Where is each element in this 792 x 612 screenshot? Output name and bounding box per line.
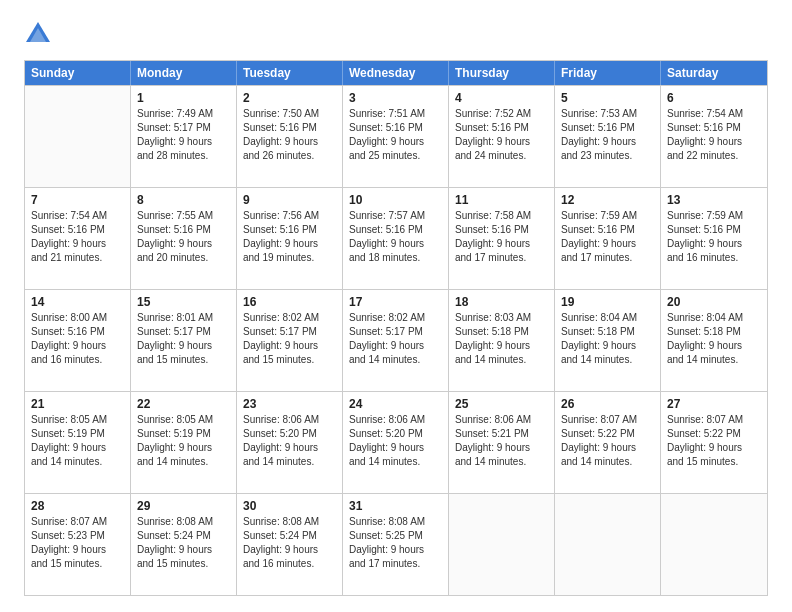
calendar-cell: 9Sunrise: 7:56 AMSunset: 5:16 PMDaylight… [237, 188, 343, 289]
weekday-header: Monday [131, 61, 237, 85]
day-number: 17 [349, 294, 442, 310]
calendar-cell: 8Sunrise: 7:55 AMSunset: 5:16 PMDaylight… [131, 188, 237, 289]
page-header [24, 20, 768, 48]
calendar-cell: 25Sunrise: 8:06 AMSunset: 5:21 PMDayligh… [449, 392, 555, 493]
cell-info: Sunrise: 8:07 AMSunset: 5:22 PMDaylight:… [561, 413, 654, 469]
day-number: 20 [667, 294, 761, 310]
day-number: 9 [243, 192, 336, 208]
calendar-cell: 22Sunrise: 8:05 AMSunset: 5:19 PMDayligh… [131, 392, 237, 493]
cell-info: Sunrise: 7:51 AMSunset: 5:16 PMDaylight:… [349, 107, 442, 163]
logo [24, 20, 56, 48]
calendar-cell: 14Sunrise: 8:00 AMSunset: 5:16 PMDayligh… [25, 290, 131, 391]
cell-info: Sunrise: 8:08 AMSunset: 5:24 PMDaylight:… [243, 515, 336, 571]
cell-info: Sunrise: 8:00 AMSunset: 5:16 PMDaylight:… [31, 311, 124, 367]
calendar-cell: 10Sunrise: 7:57 AMSunset: 5:16 PMDayligh… [343, 188, 449, 289]
calendar-cell [661, 494, 767, 595]
weekday-header: Saturday [661, 61, 767, 85]
calendar-cell: 4Sunrise: 7:52 AMSunset: 5:16 PMDaylight… [449, 86, 555, 187]
calendar-cell: 16Sunrise: 8:02 AMSunset: 5:17 PMDayligh… [237, 290, 343, 391]
cell-info: Sunrise: 8:06 AMSunset: 5:20 PMDaylight:… [243, 413, 336, 469]
calendar-cell: 6Sunrise: 7:54 AMSunset: 5:16 PMDaylight… [661, 86, 767, 187]
day-number: 26 [561, 396, 654, 412]
day-number: 19 [561, 294, 654, 310]
cell-info: Sunrise: 7:49 AMSunset: 5:17 PMDaylight:… [137, 107, 230, 163]
cell-info: Sunrise: 7:53 AMSunset: 5:16 PMDaylight:… [561, 107, 654, 163]
cell-info: Sunrise: 8:06 AMSunset: 5:21 PMDaylight:… [455, 413, 548, 469]
day-number: 30 [243, 498, 336, 514]
day-number: 10 [349, 192, 442, 208]
cell-info: Sunrise: 8:02 AMSunset: 5:17 PMDaylight:… [243, 311, 336, 367]
day-number: 25 [455, 396, 548, 412]
day-number: 24 [349, 396, 442, 412]
cell-info: Sunrise: 8:02 AMSunset: 5:17 PMDaylight:… [349, 311, 442, 367]
cell-info: Sunrise: 8:03 AMSunset: 5:18 PMDaylight:… [455, 311, 548, 367]
day-number: 3 [349, 90, 442, 106]
calendar-cell: 24Sunrise: 8:06 AMSunset: 5:20 PMDayligh… [343, 392, 449, 493]
day-number: 2 [243, 90, 336, 106]
cell-info: Sunrise: 7:54 AMSunset: 5:16 PMDaylight:… [31, 209, 124, 265]
cell-info: Sunrise: 7:56 AMSunset: 5:16 PMDaylight:… [243, 209, 336, 265]
calendar-cell [555, 494, 661, 595]
cell-info: Sunrise: 8:01 AMSunset: 5:17 PMDaylight:… [137, 311, 230, 367]
cell-info: Sunrise: 8:07 AMSunset: 5:22 PMDaylight:… [667, 413, 761, 469]
day-number: 14 [31, 294, 124, 310]
day-number: 6 [667, 90, 761, 106]
cell-info: Sunrise: 8:08 AMSunset: 5:25 PMDaylight:… [349, 515, 442, 571]
cell-info: Sunrise: 7:50 AMSunset: 5:16 PMDaylight:… [243, 107, 336, 163]
day-number: 4 [455, 90, 548, 106]
cell-info: Sunrise: 8:08 AMSunset: 5:24 PMDaylight:… [137, 515, 230, 571]
calendar-cell: 31Sunrise: 8:08 AMSunset: 5:25 PMDayligh… [343, 494, 449, 595]
calendar-cell: 1Sunrise: 7:49 AMSunset: 5:17 PMDaylight… [131, 86, 237, 187]
cell-info: Sunrise: 8:07 AMSunset: 5:23 PMDaylight:… [31, 515, 124, 571]
cell-info: Sunrise: 8:05 AMSunset: 5:19 PMDaylight:… [31, 413, 124, 469]
calendar-row: 28Sunrise: 8:07 AMSunset: 5:23 PMDayligh… [25, 493, 767, 595]
day-number: 21 [31, 396, 124, 412]
calendar-cell: 26Sunrise: 8:07 AMSunset: 5:22 PMDayligh… [555, 392, 661, 493]
cell-info: Sunrise: 7:55 AMSunset: 5:16 PMDaylight:… [137, 209, 230, 265]
day-number: 16 [243, 294, 336, 310]
calendar-cell [449, 494, 555, 595]
calendar-cell: 5Sunrise: 7:53 AMSunset: 5:16 PMDaylight… [555, 86, 661, 187]
day-number: 11 [455, 192, 548, 208]
day-number: 15 [137, 294, 230, 310]
calendar-cell: 27Sunrise: 8:07 AMSunset: 5:22 PMDayligh… [661, 392, 767, 493]
weekday-header: Tuesday [237, 61, 343, 85]
cell-info: Sunrise: 7:59 AMSunset: 5:16 PMDaylight:… [561, 209, 654, 265]
day-number: 12 [561, 192, 654, 208]
calendar-cell: 17Sunrise: 8:02 AMSunset: 5:17 PMDayligh… [343, 290, 449, 391]
cell-info: Sunrise: 8:04 AMSunset: 5:18 PMDaylight:… [561, 311, 654, 367]
cell-info: Sunrise: 8:05 AMSunset: 5:19 PMDaylight:… [137, 413, 230, 469]
calendar-cell: 2Sunrise: 7:50 AMSunset: 5:16 PMDaylight… [237, 86, 343, 187]
day-number: 22 [137, 396, 230, 412]
calendar-cell: 28Sunrise: 8:07 AMSunset: 5:23 PMDayligh… [25, 494, 131, 595]
calendar-cell: 7Sunrise: 7:54 AMSunset: 5:16 PMDaylight… [25, 188, 131, 289]
calendar-cell: 12Sunrise: 7:59 AMSunset: 5:16 PMDayligh… [555, 188, 661, 289]
calendar-cell: 15Sunrise: 8:01 AMSunset: 5:17 PMDayligh… [131, 290, 237, 391]
cell-info: Sunrise: 8:06 AMSunset: 5:20 PMDaylight:… [349, 413, 442, 469]
cell-info: Sunrise: 7:54 AMSunset: 5:16 PMDaylight:… [667, 107, 761, 163]
calendar-cell: 19Sunrise: 8:04 AMSunset: 5:18 PMDayligh… [555, 290, 661, 391]
calendar-cell: 3Sunrise: 7:51 AMSunset: 5:16 PMDaylight… [343, 86, 449, 187]
calendar-cell: 18Sunrise: 8:03 AMSunset: 5:18 PMDayligh… [449, 290, 555, 391]
day-number: 8 [137, 192, 230, 208]
cell-info: Sunrise: 7:59 AMSunset: 5:16 PMDaylight:… [667, 209, 761, 265]
calendar-cell: 30Sunrise: 8:08 AMSunset: 5:24 PMDayligh… [237, 494, 343, 595]
calendar-cell: 21Sunrise: 8:05 AMSunset: 5:19 PMDayligh… [25, 392, 131, 493]
weekday-header: Thursday [449, 61, 555, 85]
calendar: SundayMondayTuesdayWednesdayThursdayFrid… [24, 60, 768, 596]
calendar-body: 1Sunrise: 7:49 AMSunset: 5:17 PMDaylight… [25, 85, 767, 595]
calendar-cell [25, 86, 131, 187]
calendar-cell: 20Sunrise: 8:04 AMSunset: 5:18 PMDayligh… [661, 290, 767, 391]
day-number: 31 [349, 498, 442, 514]
calendar-cell: 13Sunrise: 7:59 AMSunset: 5:16 PMDayligh… [661, 188, 767, 289]
cell-info: Sunrise: 7:57 AMSunset: 5:16 PMDaylight:… [349, 209, 442, 265]
calendar-row: 1Sunrise: 7:49 AMSunset: 5:17 PMDaylight… [25, 85, 767, 187]
day-number: 29 [137, 498, 230, 514]
calendar-cell: 29Sunrise: 8:08 AMSunset: 5:24 PMDayligh… [131, 494, 237, 595]
logo-icon [24, 20, 52, 48]
day-number: 1 [137, 90, 230, 106]
day-number: 28 [31, 498, 124, 514]
cell-info: Sunrise: 8:04 AMSunset: 5:18 PMDaylight:… [667, 311, 761, 367]
day-number: 13 [667, 192, 761, 208]
weekday-header: Friday [555, 61, 661, 85]
